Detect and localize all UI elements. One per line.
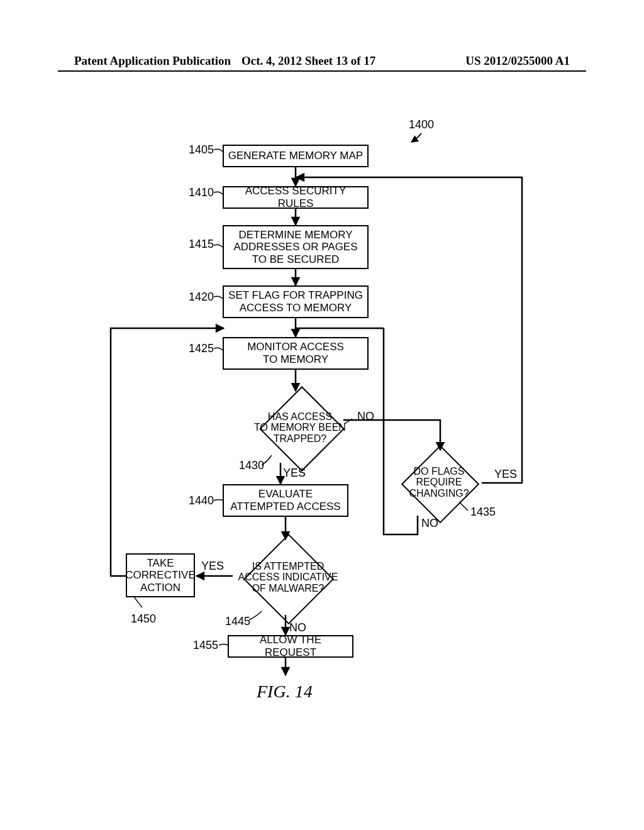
ref-1440: 1440 [189, 494, 214, 507]
ref-1435: 1435 [470, 506, 496, 519]
decision-indicative-of-malware: IS ATTEMPTEDACCESS INDICATIVEOF MALWARE? [226, 538, 350, 616]
ref-1400: 1400 [409, 118, 434, 131]
step-text: DETERMINE MEMORYADDRESSES OR PAGESTO BE … [233, 229, 357, 266]
step-set-flag: SET FLAG FOR TRAPPINGACCESS TO MEMORY [223, 285, 369, 318]
step-text: ACCESS SECURITY RULES [228, 185, 364, 209]
label-yes-1430: YES [283, 467, 306, 480]
label-yes-1445: YES [201, 560, 224, 573]
header-center: Oct. 4, 2012 Sheet 13 of 17 [242, 54, 375, 68]
step-determine-memory-addresses: DETERMINE MEMORYADDRESSES OR PAGESTO BE … [223, 225, 369, 269]
header-right: US 2012/0255000 A1 [465, 54, 570, 68]
ref-1415: 1415 [189, 238, 214, 251]
step-text: GENERATE MEMORY MAP [228, 150, 363, 162]
header-rule [58, 70, 586, 72]
step-text: EVALUATEATTEMPTED ACCESS [230, 488, 340, 512]
page: Patent Application Publication Oct. 4, 2… [0, 0, 644, 830]
step-monitor-access: MONITOR ACCESSTO MEMORY [223, 337, 369, 370]
step-text: SET FLAG FOR TRAPPINGACCESS TO MEMORY [228, 289, 363, 314]
header-left: Patent Application Publication [74, 54, 231, 68]
label-no-1430: NO [357, 410, 374, 423]
ref-1455: 1455 [193, 639, 218, 652]
step-text: MONITOR ACCESSTO MEMORY [247, 341, 344, 365]
label-no-1435: NO [421, 517, 438, 530]
step-take-corrective-action: TAKECORRECTIVEACTION [126, 553, 195, 597]
ref-1420: 1420 [189, 290, 214, 304]
ref-1405: 1405 [189, 143, 214, 157]
step-allow-request: ALLOW THE REQUEST [228, 635, 353, 658]
ref-1445: 1445 [225, 615, 250, 628]
step-text: ALLOW THE REQUEST [233, 634, 348, 658]
ref-1425: 1425 [189, 342, 214, 355]
ref-1430: 1430 [239, 459, 264, 472]
step-evaluate-attempted-access: EVALUATEATTEMPTED ACCESS [223, 484, 348, 517]
step-access-security-rules: ACCESS SECURITY RULES [223, 186, 369, 209]
step-text: TAKECORRECTIVEACTION [125, 557, 195, 594]
figure-caption: FIG. 14 [257, 682, 313, 702]
decision-has-access-trapped: HAS ACCESSTO MEMORY BEENTRAPPED? [247, 391, 353, 464]
label-no-1445: NO [289, 621, 306, 634]
label-yes-1435: YES [494, 468, 517, 481]
ref-1410: 1410 [189, 186, 214, 199]
ref-1450: 1450 [131, 612, 156, 626]
step-generate-memory-map: GENERATE MEMORY MAP [223, 145, 369, 167]
